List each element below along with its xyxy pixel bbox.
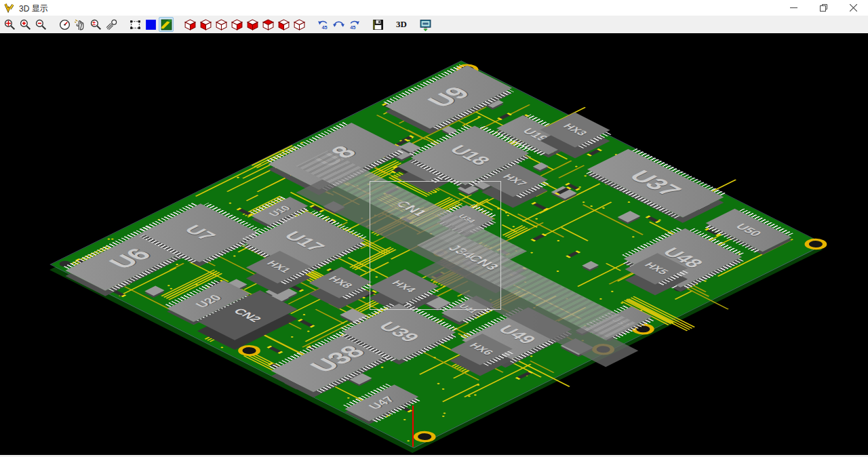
app-logo-icon (4, 3, 15, 14)
cube-front-icon (246, 18, 259, 31)
svg-text:±: ± (92, 20, 96, 26)
rotate-reset-icon (332, 18, 345, 31)
save-image-button[interactable] (370, 17, 385, 32)
svg-text:45: 45 (321, 24, 327, 30)
view-front-button[interactable] (245, 17, 260, 32)
rotate-right-45-button[interactable]: 45 (347, 17, 361, 32)
component-label: HX7 (501, 174, 529, 187)
component-label: U6 (104, 246, 155, 271)
rotate-left-45-icon: 45 (317, 18, 330, 31)
view-top-button[interactable] (260, 17, 275, 32)
text-3d-icon: 3D (396, 19, 407, 30)
realistic-pcb-view-button[interactable] (159, 17, 174, 32)
rotate-gauge-button[interactable] (57, 17, 72, 32)
svg-text:45: 45 (350, 24, 355, 30)
cube-top-icon (262, 18, 275, 31)
component-label: CN2 (231, 307, 263, 323)
component-label: U9 (423, 84, 473, 109)
zoom-in-button[interactable] (18, 17, 33, 32)
close-button[interactable] (838, 0, 868, 16)
component-label: HX8 (326, 275, 354, 289)
component-label: HX3 (561, 123, 589, 136)
view-axonometric-button[interactable] (214, 17, 229, 32)
window-title: 3D 显示 (19, 2, 48, 14)
axis-marker (412, 405, 414, 447)
component-label: U20 (194, 294, 224, 309)
rotate-right-45-icon: 45 (348, 18, 361, 31)
component-label: HX6 (467, 342, 495, 356)
mode-3d-button[interactable]: 3D (394, 17, 409, 32)
titlebar: 3D 显示 (0, 0, 868, 16)
window-controls (778, 0, 868, 16)
component-label: U17 (281, 230, 328, 253)
toolbar: ± 45453D (0, 16, 868, 33)
zoom-selected-icon (105, 18, 118, 31)
zoom-dynamic-button[interactable]: ± (88, 17, 103, 32)
component-label: U39 (376, 320, 422, 343)
send-to-display-button[interactable] (418, 17, 433, 32)
component-label: HX1 (264, 260, 292, 274)
view-right-button[interactable] (292, 17, 307, 32)
component-label: U50 (734, 222, 764, 237)
cube-45-back-icon (199, 18, 212, 31)
app-window: 3D 显示 ± (0, 0, 868, 457)
3d-viewport[interactable]: U6U7U10U20U17HX1HX8HX4U8HX2U18HX7U19HX3U… (0, 33, 868, 455)
zoom-out-icon (35, 18, 47, 31)
view-iso-45-front-button[interactable] (182, 17, 197, 32)
minimize-button[interactable] (778, 0, 808, 16)
selection-box (370, 181, 501, 310)
pan-hand-icon (74, 18, 87, 31)
rotate-left-45-button[interactable]: 45 (315, 17, 330, 32)
component-label: U49 (495, 324, 538, 346)
component-label: HX5 (642, 262, 670, 275)
cube-45-front-icon (184, 18, 197, 31)
solid-color-view-button[interactable] (143, 17, 158, 32)
cube-back-icon (231, 18, 243, 31)
restore-button[interactable] (808, 0, 838, 16)
select-area-button[interactable] (127, 17, 142, 32)
cube-left-icon (277, 18, 290, 31)
rotate-reset-button[interactable] (331, 17, 346, 32)
view-left-button[interactable] (276, 17, 291, 32)
realistic-view-icon (160, 18, 173, 31)
component-label: U47 (367, 395, 397, 410)
view-iso-45-back-button[interactable] (198, 17, 213, 32)
zoom-out-button[interactable] (33, 17, 48, 32)
component-label: U7 (182, 224, 219, 242)
view-back-button[interactable] (229, 17, 244, 32)
solid-color-view-icon (144, 18, 157, 31)
zoom-window-icon (3, 18, 16, 31)
cube-plain-icon (215, 18, 228, 31)
zoom-selected-button[interactable] (104, 17, 119, 32)
zoom-in-icon (19, 18, 32, 31)
cube-right-icon (293, 18, 306, 31)
zoom-dynamic-icon: ± (90, 18, 102, 31)
pan-hand-button[interactable] (73, 17, 87, 32)
rotate-gauge-icon (58, 18, 71, 31)
select-area-icon (129, 18, 142, 31)
export-display-icon (419, 18, 432, 31)
save-icon (372, 18, 384, 31)
zoom-window-button[interactable] (2, 17, 17, 32)
component-label: U18 (447, 144, 494, 167)
